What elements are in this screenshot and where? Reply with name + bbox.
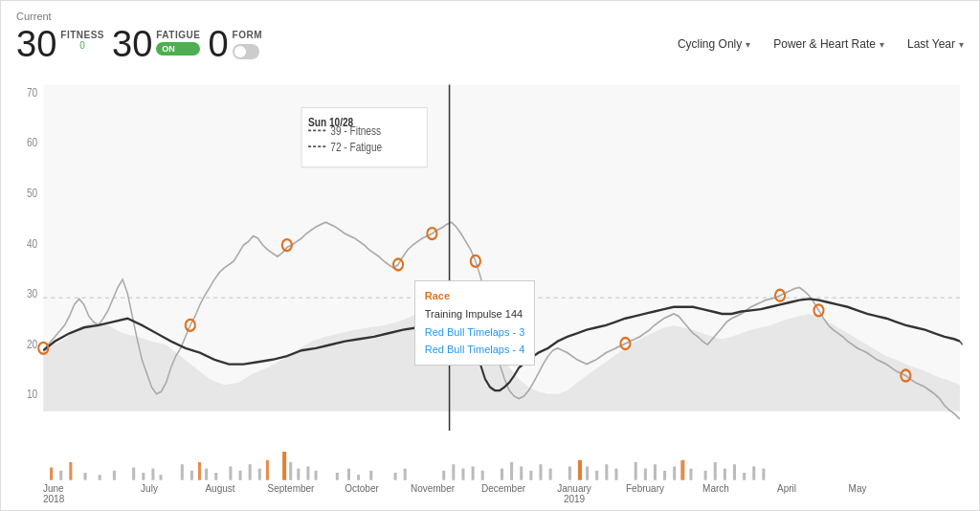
x-label-april: April [751, 483, 822, 504]
svg-rect-28 [59, 471, 62, 480]
svg-rect-30 [84, 473, 87, 480]
x-label-december: December [468, 483, 539, 504]
svg-rect-67 [539, 464, 542, 480]
x-label-june: June2018 [43, 483, 114, 504]
year-filter-label: Last Year [907, 37, 955, 51]
fatigue-block: 30 FATIGUE ON [112, 26, 200, 62]
svg-rect-69 [568, 466, 571, 479]
fatigue-value: 30 [112, 26, 152, 62]
svg-rect-43 [239, 471, 242, 480]
filters: Cycling Only ▾ Power & Heart Rate ▾ Last… [678, 37, 964, 51]
fitness-sub: 0 [60, 40, 104, 51]
svg-rect-45 [258, 469, 261, 480]
x-label-november: November [397, 483, 468, 504]
svg-rect-78 [663, 471, 666, 480]
svg-rect-27 [50, 468, 53, 480]
svg-rect-73 [605, 464, 608, 480]
power-filter[interactable]: Power & Heart Rate ▾ [773, 37, 884, 51]
svg-rect-87 [752, 466, 755, 479]
cycling-filter-label: Cycling Only [678, 37, 742, 51]
training-impulse-value: 144 [505, 308, 523, 320]
fatigue-toggle[interactable]: ON [156, 42, 200, 56]
x-label-february: February [610, 483, 680, 504]
app-container: Current 30 FITNESS 0 30 FATIGUE ON [0, 0, 980, 511]
power-filter-label: Power & Heart Rate [773, 37, 876, 51]
svg-rect-66 [529, 471, 532, 480]
svg-rect-53 [347, 469, 350, 480]
svg-rect-74 [614, 469, 617, 480]
race-label: Race [425, 287, 525, 305]
svg-rect-76 [644, 469, 647, 480]
svg-rect-51 [315, 471, 318, 480]
svg-rect-61 [472, 466, 475, 479]
race-link-2[interactable]: Red Bull Timelaps - 4 [425, 341, 525, 359]
svg-rect-33 [132, 468, 135, 480]
svg-rect-75 [635, 462, 637, 480]
svg-rect-59 [452, 464, 455, 480]
svg-rect-77 [654, 464, 657, 480]
svg-text:60: 60 [27, 136, 37, 148]
fitness-label-block: FITNESS 0 [60, 26, 104, 51]
svg-text:39 - Fitness: 39 - Fitness [330, 124, 381, 137]
svg-text:70: 70 [27, 86, 37, 99]
svg-rect-48 [289, 462, 292, 480]
year-filter[interactable]: Last Year ▾ [907, 37, 964, 51]
race-link-1[interactable]: Red Bull Timelaps - 3 [425, 323, 525, 342]
svg-rect-39 [198, 462, 201, 480]
header-row: 30 FITNESS 0 30 FATIGUE ON 0 FORM [16, 26, 964, 62]
training-impulse-label: Training Impulse [425, 308, 502, 320]
svg-text:10: 10 [27, 389, 37, 401]
svg-text:50: 50 [27, 187, 37, 199]
svg-rect-29 [69, 462, 72, 480]
svg-rect-38 [190, 471, 193, 480]
svg-rect-71 [586, 466, 589, 479]
form-label-block: FORM [233, 26, 262, 59]
svg-rect-35 [151, 469, 154, 480]
x-label-end [893, 483, 964, 504]
power-chevron-icon: ▾ [880, 39, 884, 50]
svg-rect-52 [336, 473, 339, 480]
svg-text:30: 30 [27, 287, 37, 300]
svg-rect-44 [249, 464, 252, 480]
cycling-chevron-icon: ▾ [746, 39, 750, 50]
x-label-march: March [680, 483, 751, 504]
current-label: Current [16, 11, 964, 22]
svg-rect-68 [549, 469, 552, 480]
svg-rect-88 [762, 469, 765, 480]
svg-rect-62 [481, 471, 484, 480]
svg-text:72 - Fatigue: 72 - Fatigue [330, 141, 382, 153]
form-toggle[interactable] [233, 44, 259, 59]
svg-text:40: 40 [27, 237, 37, 250]
fitness-value: 30 [16, 26, 56, 62]
training-impulse: Training Impulse 144 [425, 305, 525, 323]
chart-area: 70 60 50 40 30 20 10 [1, 68, 979, 510]
race-tooltip: Race Training Impulse 144 Red Bull Timel… [414, 280, 536, 366]
svg-rect-81 [689, 469, 692, 480]
x-label-july: July [114, 483, 185, 504]
svg-rect-60 [461, 469, 464, 480]
svg-rect-55 [369, 471, 372, 480]
svg-rect-86 [743, 473, 746, 480]
cycling-filter[interactable]: Cycling Only ▾ [678, 37, 750, 51]
svg-rect-58 [442, 471, 445, 480]
x-label-may: May [822, 483, 893, 504]
svg-rect-82 [704, 471, 707, 480]
form-block: 0 FORM [208, 26, 262, 62]
svg-rect-79 [673, 466, 676, 479]
svg-rect-42 [229, 466, 232, 479]
x-label-august: August [185, 483, 256, 504]
fatigue-label: FATIGUE [156, 30, 200, 40]
svg-rect-84 [724, 469, 726, 480]
svg-rect-32 [113, 471, 116, 480]
svg-rect-34 [142, 473, 145, 480]
activity-bars-svg [45, 431, 964, 483]
svg-rect-72 [595, 471, 598, 480]
svg-rect-54 [357, 475, 360, 480]
svg-rect-49 [297, 469, 300, 480]
svg-rect-40 [205, 469, 208, 480]
fitness-block: 30 FITNESS 0 [16, 26, 104, 62]
svg-rect-85 [733, 464, 736, 480]
svg-rect-36 [159, 475, 162, 480]
svg-rect-57 [404, 469, 407, 480]
svg-rect-41 [214, 473, 217, 480]
